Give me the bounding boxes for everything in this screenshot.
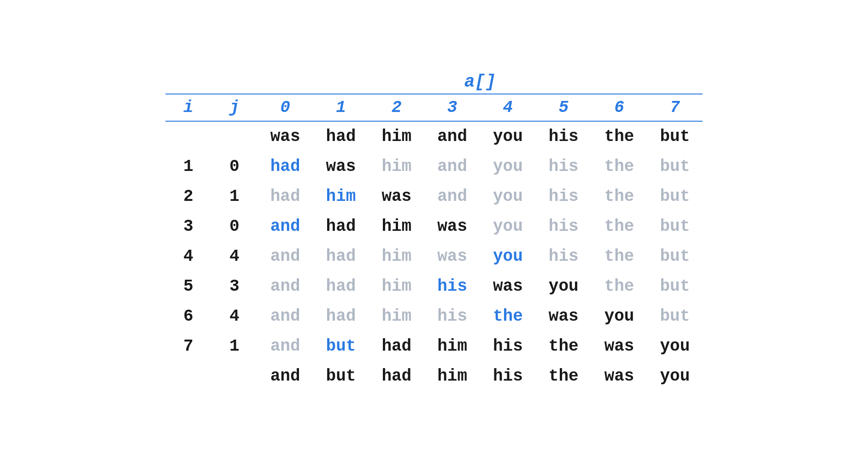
- final-data-row: andbuthadhimhisthewasyou: [165, 361, 703, 391]
- row-1-cell-5: his: [536, 182, 592, 211]
- row-5-j: 4: [211, 301, 258, 331]
- row-1-cell-6: the: [592, 182, 647, 211]
- row-3-cell-7: but: [647, 241, 703, 271]
- row-2-cell-2: him: [369, 211, 424, 241]
- final-cell-6: was: [592, 361, 647, 391]
- row-3-cell-0: and: [258, 241, 313, 271]
- row-6-j: 1: [211, 331, 258, 361]
- i-header-spacer: [165, 67, 211, 94]
- row-2-cell-0: and: [258, 211, 313, 241]
- row-0-cell-7: but: [647, 152, 703, 182]
- row-4-i: 5: [165, 271, 211, 301]
- table-body: washadhimandyouhisthebut10hadwashimandyo…: [165, 121, 703, 391]
- col-index-4: 4: [480, 94, 536, 121]
- initial-cell-4: you: [480, 121, 536, 152]
- row-3-i: 4: [165, 241, 211, 271]
- table-row: 10hadwashimandyouhisthebut: [165, 152, 703, 182]
- row-0-cell-3: and: [424, 152, 480, 182]
- col-index-0: 0: [258, 94, 313, 121]
- row-2-cell-6: the: [592, 211, 647, 241]
- row-3-cell-2: him: [369, 241, 424, 271]
- initial-cell-2: him: [369, 121, 424, 152]
- row-4-j: 3: [211, 271, 258, 301]
- col-index-3: 3: [424, 94, 480, 121]
- row-0-cell-6: the: [592, 152, 647, 182]
- row-2-cell-4: you: [480, 211, 536, 241]
- table-row: 21hadhimwasandyouhisthebut: [165, 182, 703, 211]
- array-header: a[]: [258, 67, 703, 94]
- row-6-cell-0: and: [258, 331, 313, 361]
- row-5-cell-3: his: [424, 301, 480, 331]
- row-4-cell-1: had: [313, 271, 369, 301]
- initial-i: [165, 121, 211, 152]
- final-i: [165, 361, 211, 391]
- initial-j: [211, 121, 258, 152]
- row-1-cell-7: but: [647, 182, 703, 211]
- row-1-cell-2: was: [369, 182, 424, 211]
- col-index-7: 7: [647, 94, 703, 121]
- row-1-cell-4: you: [480, 182, 536, 211]
- row-2-cell-7: but: [647, 211, 703, 241]
- row-1-j: 1: [211, 182, 258, 211]
- row-5-cell-7: but: [647, 301, 703, 331]
- row-1-cell-3: and: [424, 182, 480, 211]
- initial-cell-0: was: [258, 121, 313, 152]
- table-row: 64andhadhimhisthewasyoubut: [165, 301, 703, 331]
- row-3-cell-4: you: [480, 241, 536, 271]
- final-cell-2: had: [369, 361, 424, 391]
- row-5-cell-5: was: [536, 301, 592, 331]
- row-2-j: 0: [211, 211, 258, 241]
- row-1-cell-0: had: [258, 182, 313, 211]
- row-2-cell-1: had: [313, 211, 369, 241]
- final-cell-5: the: [536, 361, 592, 391]
- row-6-cell-5: the: [536, 331, 592, 361]
- row-2-i: 3: [165, 211, 211, 241]
- row-3-cell-3: was: [424, 241, 480, 271]
- row-5-cell-4: the: [480, 301, 536, 331]
- row-3-cell-6: the: [592, 241, 647, 271]
- row-2-cell-5: his: [536, 211, 592, 241]
- row-3-cell-1: had: [313, 241, 369, 271]
- row-4-cell-2: him: [369, 271, 424, 301]
- row-4-cell-7: but: [647, 271, 703, 301]
- row-0-cell-0: had: [258, 152, 313, 182]
- row-6-cell-4: his: [480, 331, 536, 361]
- row-5-cell-0: and: [258, 301, 313, 331]
- row-1-i: 2: [165, 182, 211, 211]
- table-row: 30andhadhimwasyouhisthebut: [165, 211, 703, 241]
- row-6-cell-2: had: [369, 331, 424, 361]
- final-cell-0: and: [258, 361, 313, 391]
- col-i-label: i: [165, 94, 211, 121]
- row-6-cell-1: but: [313, 331, 369, 361]
- final-cell-7: you: [647, 361, 703, 391]
- array-header-row: a[]: [165, 67, 703, 94]
- final-cell-1: but: [313, 361, 369, 391]
- sorting-table: a[] i j 0 1 2 3 4 5 6 7 washadhimandyouh…: [165, 67, 703, 391]
- col-index-5: 5: [536, 94, 592, 121]
- row-6-cell-3: him: [424, 331, 480, 361]
- row-4-cell-6: the: [592, 271, 647, 301]
- row-5-cell-6: you: [592, 301, 647, 331]
- row-5-cell-1: had: [313, 301, 369, 331]
- row-0-cell-1: was: [313, 152, 369, 182]
- row-4-cell-5: you: [536, 271, 592, 301]
- row-4-cell-0: and: [258, 271, 313, 301]
- col-index-6: 6: [592, 94, 647, 121]
- row-6-cell-6: was: [592, 331, 647, 361]
- initial-data-row: washadhimandyouhisthebut: [165, 121, 703, 152]
- row-2-cell-3: was: [424, 211, 480, 241]
- final-cell-4: his: [480, 361, 536, 391]
- initial-cell-1: had: [313, 121, 369, 152]
- final-cell-3: him: [424, 361, 480, 391]
- row-0-i: 1: [165, 152, 211, 182]
- row-4-cell-4: was: [480, 271, 536, 301]
- j-header-spacer: [211, 67, 258, 94]
- table-row: 53andhadhimhiswasyouthebut: [165, 271, 703, 301]
- row-5-cell-2: him: [369, 301, 424, 331]
- row-3-cell-5: his: [536, 241, 592, 271]
- row-6-cell-7: you: [647, 331, 703, 361]
- initial-cell-3: and: [424, 121, 480, 152]
- initial-cell-6: the: [592, 121, 647, 152]
- initial-cell-5: his: [536, 121, 592, 152]
- row-0-cell-4: you: [480, 152, 536, 182]
